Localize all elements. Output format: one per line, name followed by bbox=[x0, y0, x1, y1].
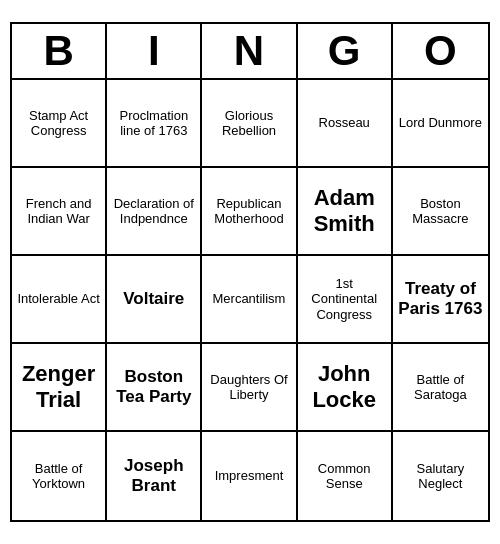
cell-text-14: Treaty of Paris 1763 bbox=[397, 279, 484, 320]
bingo-cell-24[interactable]: Salutary Neglect bbox=[393, 432, 488, 520]
bingo-cell-20[interactable]: Battle of Yorktown bbox=[12, 432, 107, 520]
cell-text-15: Zenger Trial bbox=[16, 361, 101, 414]
cell-text-23: Common Sense bbox=[302, 461, 387, 492]
bingo-cell-23[interactable]: Common Sense bbox=[298, 432, 393, 520]
cell-text-9: Boston Massacre bbox=[397, 196, 484, 227]
cell-text-10: Intolerable Act bbox=[17, 291, 99, 307]
bingo-cell-12[interactable]: Mercantilism bbox=[202, 256, 297, 344]
bingo-cell-0[interactable]: Stamp Act Congress bbox=[12, 80, 107, 168]
cell-text-4: Lord Dunmore bbox=[399, 115, 482, 131]
bingo-cell-22[interactable]: Impresment bbox=[202, 432, 297, 520]
bingo-cell-11[interactable]: Voltaire bbox=[107, 256, 202, 344]
bingo-cell-15[interactable]: Zenger Trial bbox=[12, 344, 107, 432]
cell-text-1: Proclmation line of 1763 bbox=[111, 108, 196, 139]
bingo-cell-1[interactable]: Proclmation line of 1763 bbox=[107, 80, 202, 168]
bingo-cell-16[interactable]: Boston Tea Party bbox=[107, 344, 202, 432]
bingo-letter-i: I bbox=[107, 24, 202, 78]
cell-text-11: Voltaire bbox=[123, 289, 184, 309]
cell-text-17: Daughters Of Liberty bbox=[206, 372, 291, 403]
bingo-cell-5[interactable]: French and Indian War bbox=[12, 168, 107, 256]
cell-text-5: French and Indian War bbox=[16, 196, 101, 227]
bingo-letter-g: G bbox=[298, 24, 393, 78]
bingo-cell-21[interactable]: Joseph Brant bbox=[107, 432, 202, 520]
cell-text-3: Rosseau bbox=[319, 115, 370, 131]
bingo-cell-7[interactable]: Republican Motherhood bbox=[202, 168, 297, 256]
bingo-cell-10[interactable]: Intolerable Act bbox=[12, 256, 107, 344]
cell-text-18: John Locke bbox=[302, 361, 387, 414]
cell-text-8: Adam Smith bbox=[302, 185, 387, 238]
bingo-cell-2[interactable]: Glorious Rebellion bbox=[202, 80, 297, 168]
cell-text-20: Battle of Yorktown bbox=[16, 461, 101, 492]
cell-text-13: 1st Continental Congress bbox=[302, 276, 387, 323]
bingo-grid: Stamp Act CongressProclmation line of 17… bbox=[12, 80, 488, 520]
bingo-cell-4[interactable]: Lord Dunmore bbox=[393, 80, 488, 168]
bingo-letter-o: O bbox=[393, 24, 488, 78]
cell-text-0: Stamp Act Congress bbox=[16, 108, 101, 139]
bingo-letter-b: B bbox=[12, 24, 107, 78]
bingo-cell-6[interactable]: Declaration of Indpendnce bbox=[107, 168, 202, 256]
cell-text-6: Declaration of Indpendnce bbox=[111, 196, 196, 227]
cell-text-21: Joseph Brant bbox=[111, 456, 196, 497]
cell-text-2: Glorious Rebellion bbox=[206, 108, 291, 139]
cell-text-7: Republican Motherhood bbox=[206, 196, 291, 227]
bingo-letter-n: N bbox=[202, 24, 297, 78]
bingo-cell-19[interactable]: Battle of Saratoga bbox=[393, 344, 488, 432]
bingo-cell-13[interactable]: 1st Continental Congress bbox=[298, 256, 393, 344]
bingo-cell-8[interactable]: Adam Smith bbox=[298, 168, 393, 256]
bingo-cell-3[interactable]: Rosseau bbox=[298, 80, 393, 168]
bingo-cell-9[interactable]: Boston Massacre bbox=[393, 168, 488, 256]
bingo-cell-17[interactable]: Daughters Of Liberty bbox=[202, 344, 297, 432]
bingo-cell-18[interactable]: John Locke bbox=[298, 344, 393, 432]
bingo-card: BINGO Stamp Act CongressProclmation line… bbox=[10, 22, 490, 522]
cell-text-12: Mercantilism bbox=[213, 291, 286, 307]
bingo-cell-14[interactable]: Treaty of Paris 1763 bbox=[393, 256, 488, 344]
bingo-header: BINGO bbox=[12, 24, 488, 80]
cell-text-19: Battle of Saratoga bbox=[397, 372, 484, 403]
cell-text-22: Impresment bbox=[215, 468, 284, 484]
cell-text-16: Boston Tea Party bbox=[111, 367, 196, 408]
cell-text-24: Salutary Neglect bbox=[397, 461, 484, 492]
